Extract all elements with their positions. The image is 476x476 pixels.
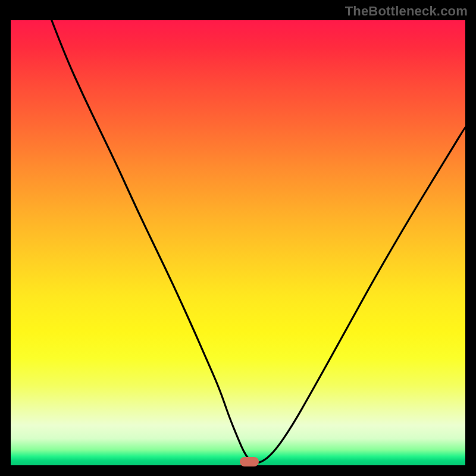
- chart-canvas: TheBottleneck.com: [0, 0, 476, 476]
- watermark-text: TheBottleneck.com: [345, 4, 468, 19]
- optimum-marker: [240, 457, 259, 466]
- bottleneck-curve: [11, 20, 465, 465]
- plot-area: [11, 20, 465, 465]
